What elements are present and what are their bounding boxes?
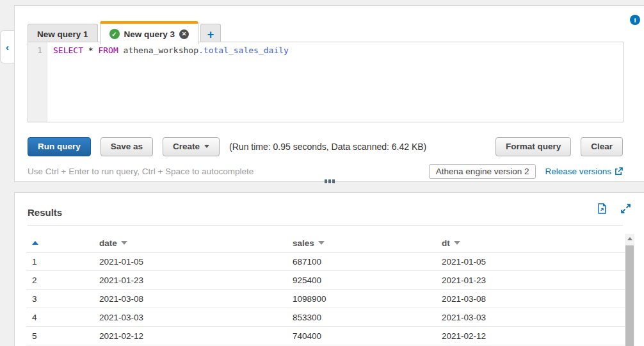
download-results-icon[interactable] <box>597 203 608 214</box>
sql-schema-name: athena_workshop <box>124 45 198 55</box>
collapse-left-panel-button[interactable]: ‹ <box>0 30 14 63</box>
cell-date: 2021-02-12 <box>93 331 287 341</box>
info-icon[interactable]: i <box>630 15 640 25</box>
table-row: 4 2021-03-03 853300 2021-03-03 <box>26 308 625 327</box>
shortcut-hint-text: Use Ctrl + Enter to run query, Ctrl + Sp… <box>28 167 254 176</box>
release-versions-label: Release versions <box>545 167 611 176</box>
results-actions <box>597 203 631 214</box>
cell-dt: 2021-01-05 <box>436 257 625 267</box>
query-editor-panel: i New query 1 ✓ New query 3 ✕ + 1 SELECT… <box>14 5 644 182</box>
save-as-button[interactable]: Save as <box>101 137 153 156</box>
row-index: 4 <box>26 313 93 322</box>
release-versions-link[interactable]: Release versions <box>545 167 623 176</box>
column-header-date[interactable]: date <box>93 238 287 248</box>
column-header-dt[interactable]: dt <box>436 238 625 248</box>
chevron-left-icon: ‹ <box>6 42 9 52</box>
status-right-group: Athena engine version 2 Release versions <box>429 164 623 179</box>
table-row: 2 2021-01-23 925400 2021-01-23 <box>26 271 625 290</box>
sql-editor[interactable]: 1 SELECT * FROM athena_workshop.total_sa… <box>28 42 624 122</box>
results-title: Results <box>28 207 62 218</box>
cell-sales: 1098900 <box>287 294 436 304</box>
tab-label: New query 1 <box>37 29 88 39</box>
caret-down-icon <box>204 145 209 148</box>
sql-code-line: SELECT * FROM athena_workshop.total_sale… <box>47 42 289 122</box>
engine-version-badge[interactable]: Athena engine version 2 <box>429 164 536 179</box>
sql-keyword: FROM <box>98 45 118 55</box>
sort-asc-icon <box>32 241 38 245</box>
cell-sales: 687100 <box>287 257 436 267</box>
cell-date: 2021-03-08 <box>93 294 287 304</box>
external-link-icon <box>615 167 623 176</box>
scrollbar-up-button[interactable] <box>625 234 634 243</box>
table-row: 3 2021-03-08 1098900 2021-03-08 <box>26 290 625 308</box>
panel-resize-handle[interactable] <box>323 178 336 185</box>
run-stats-text: (Run time: 0.95 seconds, Data scanned: 6… <box>229 142 426 152</box>
results-table: date sales dt 1 2021-01-05 687100 2021-0… <box>26 234 625 345</box>
create-label: Create <box>173 142 200 151</box>
sort-caret-icon <box>121 241 127 245</box>
row-index: 1 <box>26 257 93 267</box>
column-header-sales[interactable]: sales <box>287 238 436 248</box>
create-dropdown-button[interactable]: Create <box>163 137 220 156</box>
results-scrollbar[interactable] <box>625 234 634 346</box>
run-query-button[interactable]: Run query <box>28 137 91 156</box>
cell-sales: 925400 <box>287 276 436 285</box>
sql-star: * <box>88 45 93 55</box>
expand-results-icon[interactable] <box>620 203 631 214</box>
editor-status-row: Use Ctrl + Enter to run query, Ctrl + Sp… <box>28 163 623 179</box>
cell-date: 2021-03-03 <box>93 313 287 322</box>
line-number-gutter: 1 <box>28 42 47 122</box>
cell-sales: 853300 <box>287 313 436 322</box>
format-query-button[interactable]: Format query <box>495 137 571 156</box>
line-number: 1 <box>37 45 42 55</box>
scroll-up-icon <box>627 237 632 240</box>
row-index: 3 <box>26 294 93 304</box>
sort-caret-icon <box>318 241 325 245</box>
scrollbar-thumb[interactable] <box>625 245 634 346</box>
success-check-icon: ✓ <box>109 29 120 39</box>
column-header-index[interactable] <box>26 241 93 245</box>
clear-button[interactable]: Clear <box>581 137 623 156</box>
cell-dt: 2021-03-03 <box>436 313 625 322</box>
cell-dt: 2021-02-12 <box>436 331 625 341</box>
editor-toolbar: Run query Save as Create (Run time: 0.95… <box>28 136 623 156</box>
cell-dt: 2021-03-08 <box>436 294 625 304</box>
cell-sales: 740400 <box>287 331 436 341</box>
row-index: 2 <box>26 276 93 285</box>
tab-new-query-3[interactable]: ✓ New query 3 ✕ <box>100 21 199 44</box>
toolbar-right-group: Format query Clear <box>495 137 623 156</box>
row-index: 5 <box>26 331 93 341</box>
cell-dt: 2021-01-23 <box>436 276 625 285</box>
cell-date: 2021-01-23 <box>93 276 287 285</box>
sql-keyword: SELECT <box>53 45 83 55</box>
table-row: 1 2021-01-05 687100 2021-01-05 <box>26 252 625 271</box>
sort-caret-icon <box>454 241 460 245</box>
results-table-header: date sales dt <box>26 234 625 252</box>
results-divider <box>28 225 623 226</box>
query-tab-bar: New query 1 ✓ New query 3 ✕ + <box>28 21 223 44</box>
tab-label: New query 3 <box>124 29 175 39</box>
results-panel: Results date sales dt 1 2021-01-05 <box>14 192 644 346</box>
cell-date: 2021-01-05 <box>93 257 287 267</box>
plus-icon: + <box>207 29 214 40</box>
sql-table-name: .total_sales_daily <box>198 45 289 55</box>
table-row: 5 2021-02-12 740400 2021-02-12 <box>26 327 625 345</box>
close-tab-icon[interactable]: ✕ <box>179 29 189 39</box>
